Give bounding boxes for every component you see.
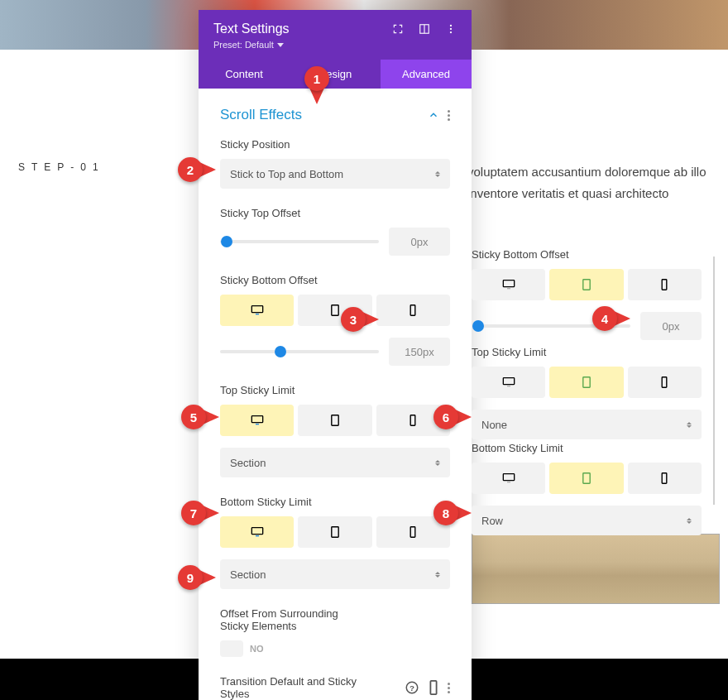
- panel-title: Text Settings: [213, 22, 290, 36]
- sticky-bottom-offset-label: Sticky Bottom Offset: [220, 274, 450, 286]
- select-caret-icon: [435, 460, 440, 466]
- device-tab-desktop[interactable]: [472, 367, 545, 398]
- svg-rect-10: [256, 424, 259, 424]
- alt-bottom-sticky-limit-block: Bottom Sticky Limit Row: [472, 442, 702, 535]
- device-tab-phone[interactable]: [628, 269, 702, 300]
- svg-rect-20: [503, 280, 514, 287]
- slider-thumb[interactable]: [275, 346, 286, 357]
- device-tab-tablet[interactable]: [549, 367, 623, 398]
- step-label: STEP-01: [18, 161, 105, 173]
- alt-top-sticky-limit-label: Top Sticky Limit: [472, 346, 702, 358]
- select-caret-icon: [435, 171, 440, 177]
- sticky-position-select[interactable]: Stick to Top and Bottom: [220, 159, 450, 189]
- svg-rect-28: [503, 474, 514, 481]
- layout-icon[interactable]: [419, 23, 430, 35]
- transition-styles-label: Transition Default and Sticky Styles: [220, 675, 369, 700]
- annotation-2: 2: [178, 157, 216, 182]
- slider-thumb[interactable]: [472, 320, 484, 332]
- top-sticky-limit-device-tabs: [220, 405, 450, 436]
- svg-point-3: [450, 28, 452, 30]
- bottom-sticky-limit-device-tabs: [220, 516, 450, 548]
- alt-sticky-bottom-offset-value[interactable]: 0px: [640, 312, 702, 340]
- svg-rect-14: [256, 535, 259, 536]
- alt-bottom-sticky-limit-select[interactable]: Row: [472, 506, 702, 535]
- alt-top-sticky-limit-block: Top Sticky Limit None: [472, 346, 702, 439]
- phone-icon[interactable]: [426, 680, 441, 695]
- sticky-bottom-offset-slider[interactable]: [220, 350, 379, 353]
- alt-sticky-bottom-offset-label: Sticky Bottom Offset: [472, 248, 702, 261]
- annotation-3: 3: [341, 307, 379, 332]
- svg-rect-30: [583, 473, 590, 484]
- svg-rect-24: [503, 378, 514, 385]
- bottom-sticky-limit-label: Bottom Sticky Limit: [220, 496, 450, 508]
- svg-rect-26: [583, 377, 590, 388]
- svg-rect-25: [507, 386, 510, 386]
- svg-rect-15: [332, 527, 338, 538]
- panel-tabs: Content Design Advanced: [199, 60, 472, 89]
- sticky-top-offset-value[interactable]: 0px: [389, 228, 450, 256]
- device-tab-tablet[interactable]: [298, 516, 371, 548]
- svg-rect-22: [583, 280, 590, 290]
- field-more-icon[interactable]: [448, 683, 450, 693]
- sticky-top-offset-label: Sticky Top Offset: [220, 207, 450, 219]
- device-tab-phone[interactable]: [376, 295, 450, 326]
- slider-thumb[interactable]: [221, 236, 232, 247]
- annotation-5: 5: [181, 405, 219, 429]
- device-tab-desktop[interactable]: [220, 516, 294, 548]
- annotation-7: 7: [181, 501, 219, 525]
- sticky-bottom-offset-value[interactable]: 150px: [389, 338, 450, 366]
- offset-surrounding-value: NO: [250, 644, 264, 654]
- device-tab-desktop[interactable]: [472, 269, 545, 300]
- more-icon[interactable]: [445, 23, 457, 35]
- scroll-effects-heading[interactable]: Scroll Effects: [220, 107, 302, 123]
- svg-rect-11: [332, 415, 338, 426]
- device-tab-phone[interactable]: [628, 463, 702, 494]
- device-tab-tablet[interactable]: [549, 463, 623, 494]
- expand-icon[interactable]: [392, 23, 404, 35]
- panel-header: Text Settings Preset: Default: [199, 10, 472, 60]
- device-tab-desktop[interactable]: [220, 405, 294, 436]
- background-paragraph: voluptatem accusantium doloremque ab ill…: [467, 161, 711, 204]
- device-tab-phone[interactable]: [628, 367, 702, 398]
- help-icon[interactable]: ?: [405, 680, 419, 695]
- svg-point-4: [450, 31, 452, 33]
- device-tab-desktop[interactable]: [220, 295, 294, 326]
- svg-point-2: [450, 25, 452, 26]
- preset-dropdown[interactable]: Preset: Default: [213, 40, 290, 50]
- top-sticky-limit-select[interactable]: Section: [220, 448, 450, 477]
- annotation-1: 1: [304, 66, 329, 104]
- select-caret-icon: [435, 572, 440, 578]
- svg-rect-29: [507, 482, 510, 482]
- bottom-sticky-limit-select[interactable]: Section: [220, 559, 450, 589]
- select-caret-icon: [687, 422, 692, 428]
- tab-content[interactable]: Content: [199, 60, 290, 89]
- device-tab-tablet[interactable]: [298, 405, 371, 436]
- sticky-position-label: Sticky Position: [220, 138, 450, 151]
- device-tab-tablet[interactable]: [549, 269, 623, 300]
- offset-surrounding-toggle[interactable]: [220, 640, 243, 657]
- svg-text:?: ?: [410, 683, 414, 693]
- svg-rect-8: [411, 305, 416, 316]
- alt-sticky-bottom-offset-block: Sticky Bottom Offset 0px: [472, 248, 702, 340]
- alt-bottom-sticky-limit-label: Bottom Sticky Limit: [472, 442, 702, 454]
- select-caret-icon: [687, 518, 692, 524]
- alt-top-sticky-limit-select[interactable]: None: [472, 410, 702, 439]
- annotation-4: 4: [592, 306, 630, 331]
- svg-rect-7: [332, 305, 338, 316]
- tab-design[interactable]: Design: [290, 60, 381, 89]
- collapse-icon[interactable]: [428, 109, 439, 121]
- svg-rect-31: [663, 473, 668, 484]
- device-tab-desktop[interactable]: [472, 463, 545, 494]
- decorative-divider: [713, 257, 715, 505]
- svg-rect-27: [663, 377, 668, 388]
- section-more-icon[interactable]: [448, 110, 450, 121]
- svg-rect-21: [507, 288, 510, 289]
- tab-advanced[interactable]: Advanced: [381, 60, 472, 89]
- annotation-9: 9: [178, 565, 216, 590]
- svg-rect-16: [411, 527, 416, 538]
- sticky-top-offset-slider[interactable]: [220, 240, 379, 243]
- svg-rect-13: [251, 528, 262, 535]
- background-wood-image: [472, 534, 720, 604]
- svg-rect-6: [256, 314, 259, 314]
- svg-rect-19: [430, 681, 436, 694]
